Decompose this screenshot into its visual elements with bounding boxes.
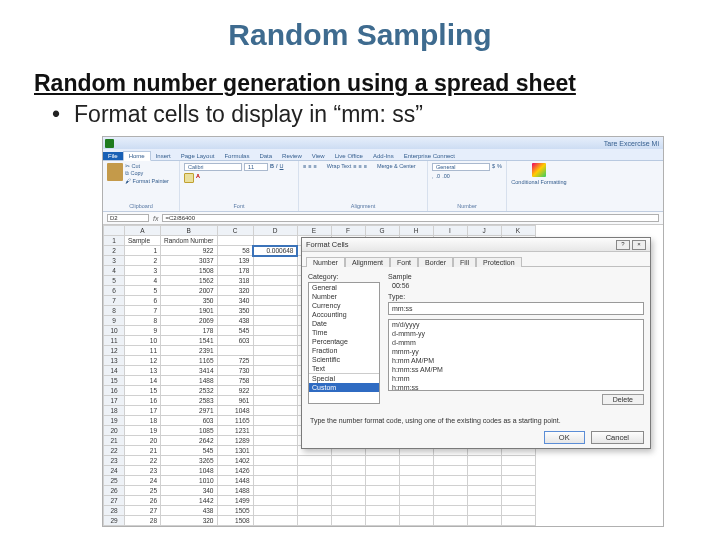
cell[interactable]: 10	[125, 336, 161, 346]
cell[interactable]: 603	[161, 416, 218, 426]
cell[interactable]: 1508	[161, 266, 218, 276]
cell[interactable]	[217, 346, 253, 356]
cell[interactable]: 3265	[161, 456, 218, 466]
row-header[interactable]: 17	[104, 396, 125, 406]
cell[interactable]: 23	[125, 466, 161, 476]
row-header[interactable]: 10	[104, 326, 125, 336]
category-item[interactable]: Scientific	[309, 355, 379, 364]
cell[interactable]	[253, 386, 297, 396]
col-header[interactable]: K	[501, 226, 535, 236]
cell[interactable]	[297, 456, 331, 466]
align-center-button[interactable]: ≡	[358, 163, 361, 169]
cell[interactable]	[433, 516, 467, 526]
row-header[interactable]: 16	[104, 386, 125, 396]
cell[interactable]: 6	[125, 296, 161, 306]
cell[interactable]	[365, 456, 399, 466]
font-size-select[interactable]: 11	[244, 163, 268, 171]
cell[interactable]	[399, 486, 433, 496]
cell[interactable]: 1426	[217, 466, 253, 476]
decrease-decimal-button[interactable]: .00	[442, 173, 450, 179]
type-list[interactable]: m/d/yyyyd-mmm-yyd-mmmmmm-yyh:mm AM/PMh:m…	[388, 319, 644, 391]
tab-insert[interactable]: Insert	[151, 152, 176, 160]
increase-decimal-button[interactable]: .0	[436, 173, 441, 179]
cell[interactable]: 139	[217, 256, 253, 266]
row-header[interactable]: 8	[104, 306, 125, 316]
underline-button[interactable]: U	[280, 163, 284, 171]
cell[interactable]: 730	[217, 366, 253, 376]
cell[interactable]	[399, 466, 433, 476]
row-header[interactable]: 28	[104, 506, 125, 516]
cell[interactable]	[433, 466, 467, 476]
cell[interactable]	[297, 506, 331, 516]
cell[interactable]	[297, 476, 331, 486]
cell[interactable]	[253, 466, 297, 476]
cell[interactable]: 961	[217, 396, 253, 406]
cell[interactable]: 7	[125, 306, 161, 316]
dialog-titlebar[interactable]: Format Cells ? ×	[302, 238, 650, 252]
tab-data[interactable]: Data	[254, 152, 277, 160]
cell[interactable]: 27	[125, 506, 161, 516]
cell[interactable]: 603	[217, 336, 253, 346]
category-item[interactable]: Percentage	[309, 337, 379, 346]
col-header[interactable]: I	[433, 226, 467, 236]
font-color-button[interactable]: A	[196, 173, 200, 183]
tab-view[interactable]: View	[307, 152, 330, 160]
cell[interactable]	[253, 416, 297, 426]
cell[interactable]	[331, 456, 365, 466]
cell[interactable]: 340	[217, 296, 253, 306]
cell[interactable]: 16	[125, 396, 161, 406]
cell[interactable]	[365, 496, 399, 506]
cell[interactable]: 9	[125, 326, 161, 336]
cell[interactable]	[253, 326, 297, 336]
cell[interactable]	[365, 506, 399, 516]
cell[interactable]: 3	[125, 266, 161, 276]
category-item[interactable]: Date	[309, 319, 379, 328]
percent-button[interactable]: %	[497, 163, 502, 171]
cell[interactable]: 21	[125, 446, 161, 456]
category-item[interactable]: Accounting	[309, 310, 379, 319]
cell[interactable]: 545	[217, 326, 253, 336]
cell[interactable]	[399, 506, 433, 516]
col-header[interactable]: G	[365, 226, 399, 236]
cell[interactable]	[365, 486, 399, 496]
cell[interactable]	[253, 316, 297, 326]
dialog-close-button[interactable]: ×	[632, 240, 646, 250]
cell[interactable]: 0.000648	[253, 246, 297, 256]
cell[interactable]: 922	[161, 246, 218, 256]
cell[interactable]	[253, 426, 297, 436]
cell[interactable]	[399, 516, 433, 526]
cell[interactable]: 1541	[161, 336, 218, 346]
cancel-button[interactable]: Cancel	[591, 431, 644, 444]
cell[interactable]: 2	[125, 256, 161, 266]
cell[interactable]	[253, 406, 297, 416]
cell[interactable]	[399, 456, 433, 466]
cell[interactable]: 1562	[161, 276, 218, 286]
cell[interactable]	[501, 456, 535, 466]
conditional-formatting-icon[interactable]	[532, 163, 546, 177]
cell[interactable]: 1010	[161, 476, 218, 486]
category-item[interactable]: Time	[309, 328, 379, 337]
row-header[interactable]: 27	[104, 496, 125, 506]
cell[interactable]	[331, 466, 365, 476]
tab-review[interactable]: Review	[277, 152, 307, 160]
category-item[interactable]: Custom	[309, 383, 379, 392]
cell[interactable]	[253, 336, 297, 346]
cell[interactable]	[253, 446, 297, 456]
cell[interactable]	[467, 516, 501, 526]
cell[interactable]	[365, 516, 399, 526]
cell[interactable]	[253, 276, 297, 286]
font-family-select[interactable]: Calibri	[184, 163, 242, 171]
tab-addins[interactable]: Add-Ins	[368, 152, 399, 160]
cell[interactable]: 2642	[161, 436, 218, 446]
cell[interactable]	[331, 516, 365, 526]
cell[interactable]: 2007	[161, 286, 218, 296]
ok-button[interactable]: OK	[544, 431, 585, 444]
cell[interactable]: 2583	[161, 396, 218, 406]
cell[interactable]	[331, 476, 365, 486]
col-header[interactable]: H	[399, 226, 433, 236]
cell[interactable]	[501, 476, 535, 486]
cell[interactable]: 922	[217, 386, 253, 396]
cell[interactable]: 340	[161, 486, 218, 496]
cell[interactable]	[399, 476, 433, 486]
cell[interactable]: 320	[161, 516, 218, 526]
